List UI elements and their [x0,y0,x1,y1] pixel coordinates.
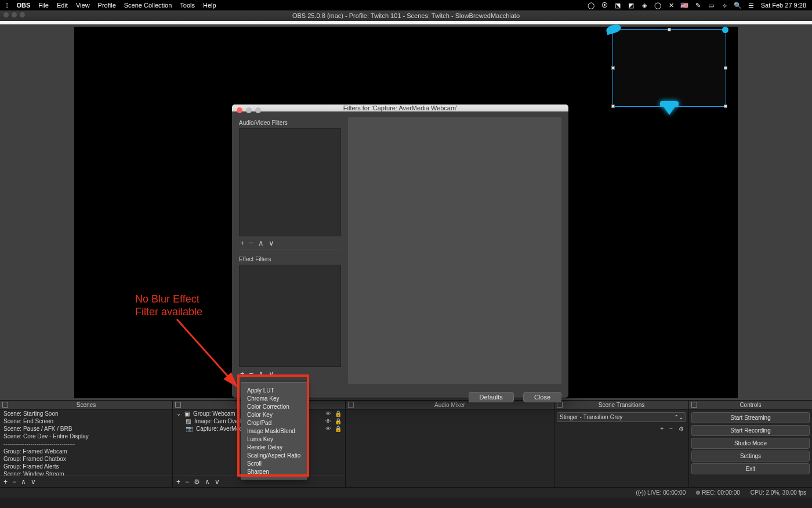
scene-item[interactable]: Group: Framed Chatbox [0,455,172,463]
transition-select[interactable]: Stinger - Transition Grey ⌃⌄ [557,412,686,422]
settings-button[interactable]: Settings [691,451,810,462]
resize-handle[interactable] [724,66,727,70]
effect-filters-list[interactable] [239,265,341,367]
status-icon[interactable]: ✎ [694,2,702,9]
minimize-icon[interactable] [12,12,17,17]
status-icon[interactable]: ⦿ [601,2,608,9]
scene-item[interactable]: Scene: Window Stream [0,470,172,475]
start-streaming-button[interactable]: Start Streaming [691,412,810,423]
menu-scene-collection[interactable]: Scene Collection [124,2,172,9]
filter-option-luma-key[interactable]: Luma Key [241,435,307,443]
studio-mode-button[interactable]: Studio Mode [691,438,810,449]
filter-option-chroma-key[interactable]: Chroma Key [241,394,307,402]
move-down-icon[interactable]: ∨ [269,369,274,378]
dock-icon[interactable] [175,402,181,408]
status-icon[interactable]: ✕ [668,2,675,9]
fullscreen-icon[interactable] [20,12,25,17]
filter-option-color-key[interactable]: Color Key [241,410,307,419]
scene-item[interactable]: Group: Framed Alerts [0,463,172,470]
lock-icon[interactable]: 🔒 [335,410,342,417]
mixer-body[interactable] [346,410,554,487]
menu-file[interactable]: File [38,2,49,9]
gear-icon[interactable]: ⚙ [194,478,200,486]
lock-icon[interactable]: 🔒 [335,418,342,424]
visibility-icon[interactable]: 👁 [325,410,331,417]
move-down-icon[interactable]: ∨ [215,478,220,486]
control-center-icon[interactable]: ☰ [748,2,755,9]
add-icon[interactable]: + [176,478,180,486]
add-icon[interactable]: + [240,239,245,247]
menu-profile[interactable]: Profile [98,2,116,9]
flag-icon[interactable]: 🇺🇸 [681,2,688,9]
status-icon[interactable]: ◯ [588,2,595,9]
scenes-panel-header[interactable]: Scenes [0,401,172,410]
dock-icon[interactable] [691,402,697,408]
filter-option-scaling-aspect[interactable]: Scaling/Aspect Ratio [241,451,307,459]
resize-handle[interactable] [611,66,615,70]
chevron-down-icon[interactable]: ⌄ [176,410,181,417]
move-up-icon[interactable]: ∧ [258,239,264,247]
scene-item[interactable]: Group: Framed Webcam [0,448,172,455]
controls-panel-header[interactable]: Controls [689,401,812,410]
add-filter-menu[interactable]: Apply LUT Chroma Key Color Correction Co… [241,382,307,480]
add-icon[interactable]: + [660,426,664,432]
resize-handle[interactable] [611,105,615,108]
app-menu-obs[interactable]: OBS [16,2,30,9]
gear-icon[interactable]: ⚙ [679,426,684,432]
filters-dialog-titlebar[interactable]: Filters for 'Capture: AverMedia Webcam' [232,105,568,111]
move-up-icon[interactable]: ∧ [258,369,264,378]
move-down-icon[interactable]: ∨ [269,239,274,247]
status-icon[interactable]: ◯ [654,2,662,9]
close-button[interactable]: Close [523,392,561,402]
filter-option-apply-lut[interactable]: Apply LUT [241,386,307,394]
menu-tools[interactable]: Tools [180,2,195,9]
filter-option-scroll[interactable]: Scroll [241,459,307,467]
menu-view[interactable]: View [76,2,90,9]
av-filters-list[interactable] [239,128,341,236]
move-down-icon[interactable]: ∨ [31,478,36,486]
start-recording-button[interactable]: Start Recording [691,425,810,436]
visibility-icon[interactable]: 👁 [325,418,331,424]
filter-option-render-delay[interactable]: Render Delay [241,443,307,451]
close-icon[interactable] [3,12,9,17]
battery-icon[interactable]: ▭ [708,2,715,9]
resize-handle[interactable] [668,28,671,31]
menu-help[interactable]: Help [203,2,216,9]
remove-icon[interactable]: − [185,478,189,486]
resize-handle[interactable] [724,105,727,108]
dock-icon[interactable] [2,402,8,408]
wifi-icon[interactable]: ⟡ [721,2,728,9]
apple-menu-icon[interactable]:  [6,1,8,9]
move-up-icon[interactable]: ∧ [205,478,210,486]
scene-item[interactable]: Scene: Starting Soon [0,410,172,417]
spotlight-icon[interactable]: 🔍 [734,2,742,9]
filter-option-crop-pad[interactable]: Crop/Pad [241,419,307,427]
scene-item[interactable]: Scene: Pause / AFK / BRB [0,425,172,433]
window-traffic-lights[interactable] [3,12,25,17]
status-icon[interactable]: ◩ [628,2,635,9]
filter-option-image-mask-blend[interactable]: Image Mask/Blend [241,427,307,435]
filter-option-sharpen[interactable]: Sharpen [241,467,307,475]
exit-button[interactable]: Exit [691,463,810,474]
filter-option-color-correction[interactable]: Color Correction [241,402,307,410]
menu-edit[interactable]: Edit [57,2,68,9]
lock-icon[interactable]: 🔒 [335,426,342,432]
scene-item[interactable]: Scene: End Screen [0,417,172,425]
defaults-button[interactable]: Defaults [469,392,514,402]
add-icon[interactable]: + [3,478,8,486]
status-icon[interactable]: ◈ [641,2,648,9]
scene-item[interactable]: Scene: Core Dev - Entire Display [0,433,172,440]
menubar-clock[interactable]: Sat Feb 27 9:28 [761,2,806,9]
close-icon[interactable] [237,107,242,113]
transitions-panel-header[interactable]: Scene Transitions [554,401,688,410]
move-up-icon[interactable]: ∧ [21,478,26,486]
add-icon[interactable]: + [240,369,245,378]
remove-icon[interactable]: − [249,239,254,247]
remove-icon[interactable]: − [249,369,254,378]
visibility-icon[interactable]: 👁 [325,426,331,432]
status-icon[interactable]: ⬔ [614,2,622,9]
remove-icon[interactable]: − [12,478,16,486]
webcam-source-bounding-box[interactable] [612,29,726,107]
remove-icon[interactable]: − [669,426,673,432]
scenes-list[interactable]: Scene: Starting Soon Scene: End Screen S… [0,410,172,475]
